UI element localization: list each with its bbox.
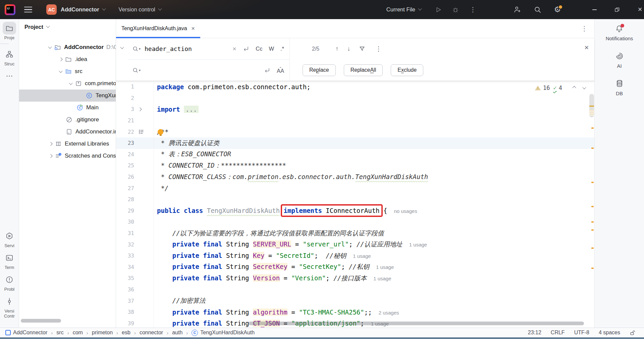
fold-icon[interactable] <box>138 107 142 111</box>
breadcrumb-item[interactable]: AddConnector <box>5 330 47 336</box>
chevron-down-icon[interactable] <box>48 45 52 49</box>
breadcrumb-item[interactable]: com <box>73 330 83 336</box>
tab-close-icon[interactable]: ✕ <box>191 26 195 31</box>
search-input[interactable]: header_action <box>145 45 232 52</box>
chevron-right-icon[interactable] <box>49 154 52 158</box>
warning-stripe-block[interactable] <box>589 110 594 116</box>
breadcrumb-item[interactable]: primeton <box>92 330 113 336</box>
vertical-scrollbar[interactable] <box>589 81 594 328</box>
code-line[interactable]: 36 <box>116 284 594 295</box>
minimize-button[interactable] <box>590 6 598 14</box>
error-stripe-mark[interactable] <box>591 221 594 223</box>
code-line[interactable]: 3import ... <box>116 104 594 115</box>
close-search-icon[interactable]: ✕ <box>584 44 589 51</box>
code-line[interactable]: 30 <box>116 216 594 228</box>
breadcrumb-item[interactable]: auth <box>172 330 182 336</box>
tree-item[interactable]: CMain <box>19 102 116 114</box>
tool-window-button[interactable]: Versi Contr <box>0 295 19 319</box>
code-line[interactable]: 21 <box>116 115 594 126</box>
tool-window-button[interactable]: Servi <box>0 230 19 248</box>
tree-item[interactable]: AddConnector.iml <box>19 126 116 138</box>
vcs-widget[interactable]: Version control <box>119 6 155 13</box>
project-name[interactable]: AddConnector <box>61 6 99 13</box>
error-stripe-mark[interactable] <box>591 229 594 231</box>
editor-tab[interactable]: TengXunHardDiskAuth.java ✕ <box>116 19 200 38</box>
clear-search-icon[interactable]: ✕ <box>232 46 237 52</box>
replace-all-button[interactable]: Replace All <box>344 64 383 76</box>
more-actions-icon[interactable]: ⋮ <box>469 6 477 14</box>
tree-item[interactable]: .idea <box>19 53 116 65</box>
code-line[interactable]: 22/** <box>116 126 594 137</box>
debug-icon[interactable] <box>451 6 460 14</box>
code-line[interactable]: 26 * CONNECTOR_CLASS：com.primeton.esb.co… <box>116 171 594 183</box>
breadcrumb-item[interactable]: CTengXunHardDiskAuth <box>192 330 255 336</box>
indent-style[interactable]: 4 spaces <box>599 330 620 336</box>
caret-position[interactable]: 23:12 <box>528 330 541 336</box>
project-badge[interactable]: AC <box>46 4 57 15</box>
horizontal-scrollbar[interactable] <box>249 322 584 325</box>
code-line[interactable]: 31 //以下为验证需要的字段，将通过此字段值获取界面配置的同名认证字段值 <box>116 228 594 239</box>
run-configuration[interactable]: Current File <box>386 6 415 13</box>
tool-window-button[interactable]: Struc <box>0 48 19 66</box>
previous-problem-icon[interactable] <box>572 86 576 90</box>
find-field[interactable]: ▾ header_action ✕ Cc W .* <box>128 38 289 60</box>
breadcrumb-item[interactable]: esb <box>122 330 130 336</box>
replace-field[interactable]: ▾ AˆA <box>128 60 289 81</box>
tool-window-button[interactable]: Notifications <box>606 24 633 41</box>
search-everywhere-icon[interactable] <box>533 6 541 14</box>
tool-window-button[interactable]: Term <box>0 251 19 270</box>
tree-item[interactable]: External Libraries <box>19 138 116 150</box>
add-user-icon[interactable] <box>513 6 521 14</box>
tool-window-button[interactable]: Probl <box>0 273 19 292</box>
code-line[interactable]: 27 */ <box>116 182 594 194</box>
chevron-down-icon[interactable] <box>69 81 72 85</box>
preserve-case-toggle[interactable]: AˆA <box>277 66 284 74</box>
tree-item[interactable]: AddConnectorD:\Cod <box>19 41 116 53</box>
line-separator[interactable]: CRLF <box>551 330 565 336</box>
project-panel-header[interactable]: Project <box>19 19 116 30</box>
search-icon[interactable]: ▾ <box>132 46 141 52</box>
error-stripe-mark[interactable] <box>591 247 594 249</box>
chevron-right-icon[interactable] <box>59 57 62 61</box>
close-button[interactable]: ✕ <box>636 6 644 14</box>
next-problem-icon[interactable] <box>582 86 586 89</box>
tree-item[interactable]: Scratches and Consoles <box>19 150 116 162</box>
code-line[interactable]: 2 <box>116 93 594 104</box>
inspection-widget[interactable]: 16 ✓ 4 <box>535 84 586 91</box>
tree-item[interactable]: .gitignore <box>19 114 116 126</box>
tree-item[interactable]: com.primeton.es <box>19 77 116 90</box>
settings-gear-icon[interactable]: ⚙ <box>553 6 561 14</box>
tab-options-icon[interactable]: ⋮ <box>581 24 588 33</box>
code-line[interactable]: 33 private final String Key = "SecretId"… <box>116 250 594 262</box>
regex-toggle[interactable]: .* <box>280 46 284 52</box>
tree-item[interactable]: CTengXunHardDiskAuth <box>19 90 116 102</box>
error-stripe-mark[interactable] <box>591 182 594 183</box>
match-case-toggle[interactable]: Cc <box>256 46 262 52</box>
code-editor[interactable]: 1package com.primeton.esb.connector.auth… <box>116 81 594 328</box>
words-toggle[interactable]: W <box>269 46 274 52</box>
search-options-icon[interactable]: ⋮ <box>375 45 382 53</box>
search-mode-toggle-icon[interactable] <box>120 45 124 49</box>
code-line[interactable]: 34 private final String SecretKey = "Sec… <box>116 262 594 273</box>
replace-button[interactable]: Replace <box>303 64 336 76</box>
code-line[interactable]: 1package com.primeton.esb.connector.auth… <box>116 81 594 93</box>
next-occurrence-icon[interactable]: ↓ <box>347 45 350 52</box>
breadcrumb-item[interactable]: connector <box>140 330 163 336</box>
tool-window-button[interactable]: DB <box>615 79 624 96</box>
run-icon[interactable] <box>434 6 442 14</box>
error-stripe-mark[interactable] <box>591 206 594 207</box>
code-line[interactable]: 35 private final String Version = "Versi… <box>116 273 594 284</box>
arrangement-icon[interactable] <box>139 129 144 134</box>
new-line-icon[interactable] <box>243 46 249 52</box>
code-line[interactable]: 28 <box>116 194 594 205</box>
new-line-icon[interactable] <box>264 67 270 73</box>
code-line[interactable]: 29public class TengXunHardDiskAuth imple… <box>116 205 594 217</box>
code-line[interactable]: 37 //加密算法 <box>116 295 594 306</box>
tool-window-button[interactable] <box>0 70 19 82</box>
readonly-lock-icon[interactable] <box>630 330 636 336</box>
error-stripe-mark[interactable] <box>591 268 594 269</box>
code-line[interactable]: 38 private final String algorithm = "TC3… <box>116 306 594 318</box>
file-encoding[interactable]: UTF-8 <box>574 330 589 336</box>
code-line[interactable]: 24 * 表：ESB_CONNECTOR <box>116 149 594 160</box>
restore-button[interactable] <box>613 6 621 14</box>
